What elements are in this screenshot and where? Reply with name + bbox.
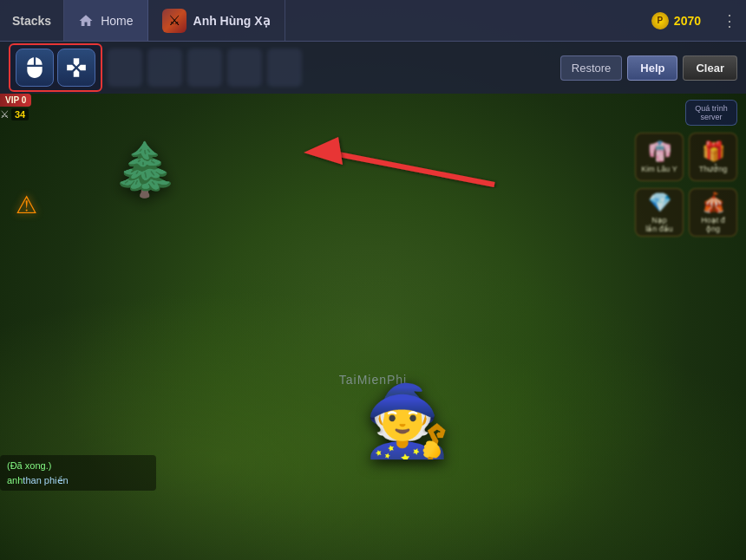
navbar: Stacks Home ⚔ Anh Hùng Xạ P 2070 ⋮ xyxy=(0,0,746,42)
help-button[interactable]: Help xyxy=(627,55,677,81)
feature-thuong[interactable]: 🎁 Thưởng xyxy=(689,133,737,181)
server-button[interactable]: Quá trìnhserver xyxy=(685,100,737,126)
restore-button[interactable]: Restore xyxy=(560,55,623,81)
chat-area: (Đã xong.) anhthan phiền xyxy=(0,455,156,491)
coin-amount: 2070 xyxy=(674,14,701,28)
feature-label-2: Thưởng xyxy=(699,165,728,173)
chat-line-2: anhthan phiền xyxy=(7,473,149,488)
control-box xyxy=(9,43,102,92)
nav-game-tab[interactable]: ⚔ Anh Hùng Xạ xyxy=(148,0,285,41)
feature-nap-lan-dau[interactable]: 💎 Nạplần đầu xyxy=(635,188,684,237)
feature-label-1: Kim Lâu Y xyxy=(641,165,677,173)
chat-name: anh xyxy=(7,475,23,485)
feature-label-3: Nạplần đầu xyxy=(645,216,673,233)
toolbar-slot-5 xyxy=(267,49,302,87)
nav-stacks[interactable]: Stacks xyxy=(0,0,64,41)
nav-home-label: Home xyxy=(101,14,133,28)
vip-badge: VIP 0 xyxy=(0,94,31,107)
toolbar-right: Restore Help Clear xyxy=(560,55,737,81)
toolbar-slot-3 xyxy=(187,49,222,87)
dpad-control-button[interactable] xyxy=(57,49,95,87)
right-panel: Quá trìnhserver 👘 Kim Lâu Y 🎁 Thưởng 💎 N… xyxy=(635,100,737,237)
mouse-icon xyxy=(23,56,46,79)
nav-more-button[interactable]: ⋮ xyxy=(713,11,746,30)
feature-hoat-dong[interactable]: 🎪 Hoạt động xyxy=(689,188,737,237)
feature-icon-1: 👘 xyxy=(648,140,671,163)
warning-icon: ⚠ xyxy=(16,191,37,219)
coin-icon: P xyxy=(651,12,669,29)
clear-button[interactable]: Clear xyxy=(683,55,737,81)
game-thumbnail: ⚔ xyxy=(162,9,186,33)
sword-icon: ⚔ xyxy=(0,108,10,120)
toolbar-area: Restore Help Clear xyxy=(0,42,746,94)
level-number: 34 xyxy=(11,108,29,120)
feature-icon-4: 🎪 xyxy=(702,192,725,214)
nav-home-tab[interactable]: Home xyxy=(64,0,147,41)
dpad-icon xyxy=(65,56,88,79)
mouse-control-button[interactable] xyxy=(16,49,54,87)
feature-kim-lau-y[interactable]: 👘 Kim Lâu Y xyxy=(635,133,684,181)
feature-icon-3: 💎 xyxy=(648,192,671,214)
home-icon xyxy=(78,13,94,29)
level-badge: ⚔ 34 xyxy=(0,108,31,120)
toolbar-slot-4 xyxy=(227,49,262,87)
server-label: Quá trìnhserver xyxy=(693,104,730,121)
nav-coins: P 2070 xyxy=(639,12,713,29)
toolbar-slot-1 xyxy=(108,49,142,87)
game-character: 🧙 xyxy=(364,387,451,456)
feature-buttons-2: 💎 Nạplần đầu 🎪 Hoạt động xyxy=(635,188,737,237)
toolbar-slot-2 xyxy=(147,49,182,87)
feature-icon-2: 🎁 xyxy=(702,140,725,163)
chat-text: than phiền xyxy=(23,475,68,485)
feature-buttons: 👘 Kim Lâu Y 🎁 Thưởng xyxy=(635,133,737,181)
chat-line-1: (Đã xong.) xyxy=(7,459,149,473)
vip-area: VIP 0 ⚔ 34 xyxy=(0,94,31,120)
nav-game-label: Anh Hùng Xạ xyxy=(193,14,271,28)
obstacle-tree: 🌲 xyxy=(113,139,178,200)
stacks-label: Stacks xyxy=(12,14,51,28)
feature-label-4: Hoạt động xyxy=(701,216,725,233)
